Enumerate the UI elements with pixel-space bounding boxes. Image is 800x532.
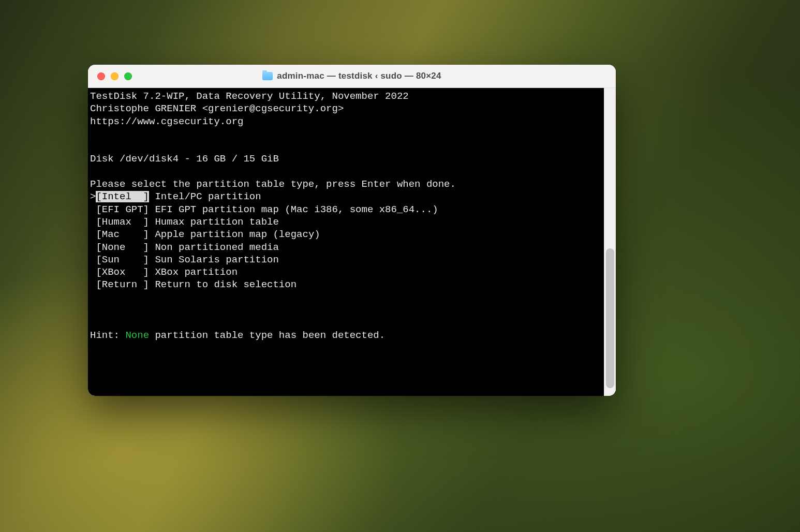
option-none[interactable]: [None ] Non partitioned media [90,241,604,254]
header-line: TestDisk 7.2-WIP, Data Recovery Utility,… [90,90,604,102]
close-icon[interactable] [97,72,105,80]
traffic-lights [88,72,132,80]
blank-line [90,316,604,329]
vertical-scrollbar[interactable] [604,88,616,396]
hint-line: Hint: None partition table type has been… [90,329,604,342]
blank-line [90,291,604,304]
terminal-viewport[interactable]: TestDisk 7.2-WIP, Data Recovery Utility,… [88,88,604,396]
scrollbar-thumb[interactable] [606,248,614,388]
window-title: admin-mac — testdisk ‹ sudo — 80×24 [88,71,616,81]
blank-line [90,166,604,178]
zoom-icon[interactable] [124,72,132,80]
option-efi-gpt[interactable]: [EFI GPT] EFI GPT partition map (Mac i38… [90,203,604,216]
hint-highlight: None [125,330,149,341]
option-xbox[interactable]: [XBox ] XBox partition [90,266,604,278]
folder-icon [262,72,273,80]
blank-line [90,140,604,153]
prompt-line: Please select the partition table type, … [90,178,604,190]
header-line: https://www.cgsecurity.org [90,115,604,128]
desktop-wallpaper: admin-mac — testdisk ‹ sudo — 80×24 Test… [0,0,800,532]
header-line: Christophe GRENIER <grenier@cgsecurity.o… [90,102,604,115]
titlebar[interactable]: admin-mac — testdisk ‹ sudo — 80×24 [88,65,616,88]
option-intel[interactable]: >[Intel ] Intel/PC partition [90,190,604,203]
disk-line: Disk /dev/disk4 - 16 GB / 15 GiB [90,153,604,165]
option-humax[interactable]: [Humax ] Humax partition table [90,216,604,228]
terminal-window: admin-mac — testdisk ‹ sudo — 80×24 Test… [88,65,616,396]
blank-line [90,128,604,140]
option-mac[interactable]: [Mac ] Apple partition map (legacy) [90,228,604,241]
terminal-wrap: TestDisk 7.2-WIP, Data Recovery Utility,… [88,88,616,396]
window-title-text: admin-mac — testdisk ‹ sudo — 80×24 [277,71,441,81]
option-sun[interactable]: [Sun ] Sun Solaris partition [90,254,604,266]
option-return[interactable]: [Return ] Return to disk selection [90,278,604,291]
minimize-icon[interactable] [111,72,118,80]
blank-line [90,304,604,316]
